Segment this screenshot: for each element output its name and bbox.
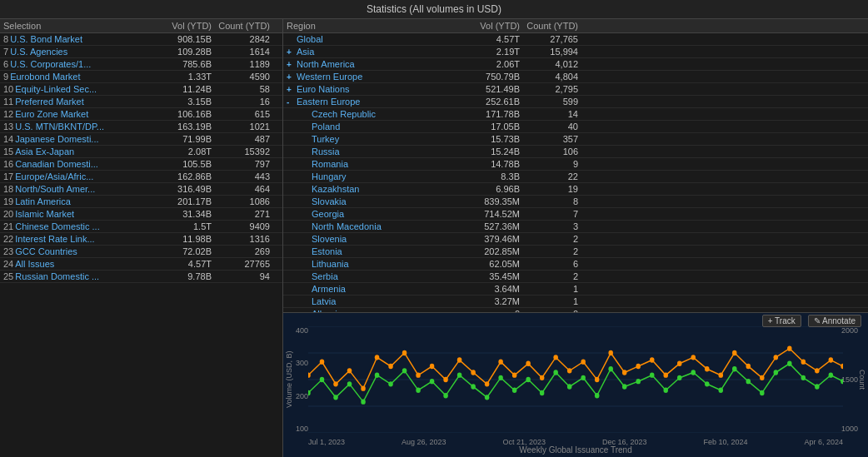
right-table-row[interactable]: Poland 17.05B 40 — [283, 121, 868, 133]
count-cell: 797 — [212, 159, 270, 169]
svg-point-64 — [567, 384, 572, 389]
vol-cell: 31.34B — [132, 209, 212, 219]
count-cell: 1 — [520, 284, 578, 294]
svg-point-80 — [787, 361, 792, 366]
count-cell: 269 — [212, 246, 270, 256]
left-table-row[interactable]: 23GCC Countries 72.02B 269 — [0, 246, 282, 258]
svg-point-67 — [608, 366, 613, 371]
expand-icon[interactable]: + — [287, 60, 297, 69]
right-table-row[interactable]: Armenia 3.64M 1 — [283, 283, 868, 296]
right-table-row[interactable]: Hungary 8.3B 22 — [283, 171, 868, 183]
svg-point-43 — [829, 357, 834, 362]
svg-point-30 — [650, 357, 655, 362]
left-table-row[interactable]: 7U.S. Agencies 109.28B 1614 — [0, 46, 282, 58]
svg-point-24 — [567, 368, 572, 373]
left-table-row[interactable]: 19Latin America 201.17B 1086 — [0, 196, 282, 208]
selection-header: Selection — [3, 21, 132, 31]
expand-icon[interactable]: + — [287, 85, 297, 94]
svg-point-18 — [485, 381, 490, 386]
expand-icon[interactable]: + — [287, 72, 297, 82]
right-table-row[interactable]: Russia 15.24B 106 — [283, 146, 868, 158]
right-table-row[interactable]: +North America 2.06T 4,012 — [283, 58, 868, 71]
count-ytd-header-left: Count (YTD) — [212, 21, 270, 31]
left-table-row[interactable]: 13U.S. MTN/BKNT/DP... 163.19B 1021 — [0, 121, 282, 133]
left-table-row[interactable]: 22Interest Rate Link... 11.98B 1316 — [0, 233, 282, 246]
svg-point-11 — [388, 364, 393, 369]
left-table-row[interactable]: 16Canadian Domesti... 105.5B 797 — [0, 158, 282, 171]
selection-cell: 17Europe/Asia/Afric... — [3, 171, 132, 181]
right-table-row[interactable]: Romania 14.78B 9 — [283, 158, 868, 171]
vol-cell: 35.45M — [445, 271, 520, 281]
left-table-row[interactable]: 9Eurobond Market 1.33T 4590 — [0, 71, 282, 83]
right-table-row[interactable]: Georgia 714.52M 7 — [283, 208, 868, 221]
count-cell: 1 — [520, 296, 578, 306]
y-left-tick: 400 — [296, 326, 308, 335]
right-table-row[interactable]: Turkey 15.73B 357 — [283, 133, 868, 146]
region-cell: Russia — [287, 147, 445, 156]
vol-cell: 316.49B — [132, 184, 212, 194]
right-table-row[interactable]: Slovenia 379.46M 2 — [283, 233, 868, 246]
region-table-body: Global 4.57T 27,765 +Asia 2.19T 15,994 +… — [283, 33, 868, 312]
selection-cell: 12Euro Zone Market — [3, 109, 132, 119]
left-table-row[interactable]: 6U.S. Corporates/1... 785.6B 1189 — [0, 58, 282, 71]
right-table-row[interactable]: +Asia 2.19T 15,994 — [283, 46, 868, 58]
count-cell: 464 — [212, 184, 270, 194]
right-table-row[interactable]: Serbia 35.45M 2 — [283, 271, 868, 283]
svg-point-33 — [691, 355, 696, 360]
svg-point-52 — [402, 368, 407, 373]
left-table-row[interactable]: 18North/South Amer... 316.49B 464 — [0, 183, 282, 196]
left-table-row[interactable]: 15Asia Ex-Japan 2.08T 15392 — [0, 146, 282, 158]
count-cell: 4590 — [212, 72, 270, 82]
vol-ytd-header-left: Vol (YTD) — [132, 21, 212, 31]
vol-cell: 17.05B — [445, 122, 520, 132]
svg-point-57 — [471, 384, 476, 389]
svg-point-56 — [457, 372, 462, 377]
right-table-row[interactable]: -Eastern Europe 252.61B 599 — [283, 96, 868, 108]
left-table-row[interactable]: 8U.S. Bond Market 908.15B 2842 — [0, 33, 282, 46]
left-table-row[interactable]: 20Islamic Market 31.34B 271 — [0, 208, 282, 221]
right-table-row[interactable]: Estonia 202.85M 2 — [283, 246, 868, 258]
vol-cell: 15.73B — [445, 134, 520, 144]
expand-icon[interactable]: + — [287, 47, 297, 57]
right-table-row[interactable]: Slovakia 839.35M 8 — [283, 196, 868, 208]
svg-point-48 — [347, 381, 352, 386]
svg-point-40 — [787, 345, 792, 350]
svg-point-62 — [540, 390, 545, 395]
count-cell: 2 — [520, 271, 578, 281]
vol-cell: 11.98B — [132, 234, 212, 244]
svg-point-66 — [595, 393, 600, 398]
left-table-row[interactable]: 25Russian Domestic ... 9.78B 94 — [0, 271, 282, 283]
vol-cell: 202.85M — [445, 246, 520, 256]
svg-point-74 — [705, 381, 710, 386]
right-table-row[interactable]: Kazakhstan 6.96B 19 — [283, 183, 868, 196]
vol-cell: 379.46M — [445, 234, 520, 244]
vol-cell: 521.49B — [445, 84, 520, 94]
right-table-row[interactable]: +Euro Nations 521.49B 2,795 — [283, 83, 868, 96]
vol-cell: 162.86B — [132, 171, 212, 181]
left-table-row[interactable]: 17Europe/Asia/Afric... 162.86B 443 — [0, 171, 282, 183]
right-table-row[interactable]: +Western Europe 750.79B 4,804 — [283, 71, 868, 83]
selection-cell: 25Russian Domestic ... — [3, 271, 132, 281]
count-cell: 357 — [520, 134, 578, 144]
left-table-row[interactable]: 11Preferred Market 3.15B 16 — [0, 96, 282, 108]
left-table-row[interactable]: 21Chinese Domestic ... 1.5T 9409 — [0, 221, 282, 233]
count-cell: 1021 — [212, 122, 270, 132]
region-cell: Armenia — [287, 284, 445, 294]
right-table-row[interactable]: Global 4.57T 27,765 — [283, 33, 868, 46]
left-table-row[interactable]: 24All Issues 4.57T 27765 — [0, 258, 282, 271]
y-left-tick: 100 — [296, 425, 308, 433]
left-table-row[interactable]: 12Euro Zone Market 106.16B 615 — [0, 108, 282, 121]
left-table-row[interactable]: 14Japanese Domesti... 71.99B 487 — [0, 133, 282, 146]
right-table-row[interactable]: Lithuania 62.05M 6 — [283, 258, 868, 271]
count-ytd-header-right: Count (YTD) — [520, 21, 578, 31]
right-table-row[interactable]: North Macedonia 527.36M 3 — [283, 221, 868, 233]
chart-svg — [308, 326, 843, 433]
expand-icon[interactable]: - — [287, 97, 297, 107]
svg-point-78 — [760, 390, 765, 395]
left-table-row[interactable]: 10Equity-Linked Sec... 11.24B 58 — [0, 83, 282, 96]
track-button[interactable]: + Track — [762, 315, 801, 327]
right-table-row[interactable]: Czech Republic 171.78B 14 — [283, 108, 868, 121]
right-table-row[interactable]: Latvia 3.27M 1 — [283, 296, 868, 308]
vol-cell: 105.5B — [132, 159, 212, 169]
annotate-button[interactable]: ✎ Annotate — [808, 315, 861, 327]
